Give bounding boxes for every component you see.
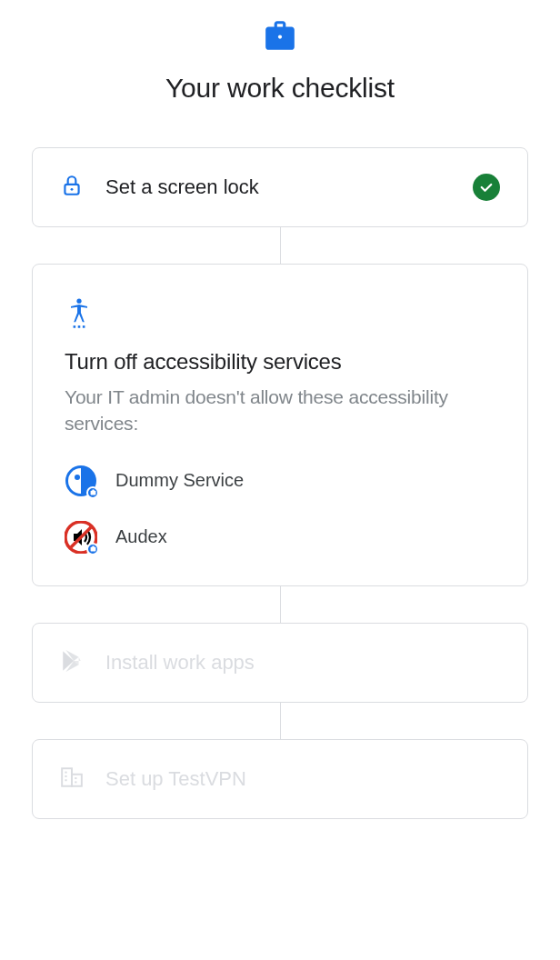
checklist-item-label: Set a screen lock <box>105 175 451 199</box>
accessibility-icon <box>65 316 94 332</box>
checklist-item-subtitle: Your IT admin doesn't allow these access… <box>65 384 495 437</box>
checklist-item-title: Turn off accessibility services <box>65 349 495 375</box>
connector-line <box>280 586 281 623</box>
svg-point-2 <box>71 188 74 191</box>
checklist-item-accessibility[interactable]: Turn off accessibility services Your IT … <box>32 264 528 586</box>
svg-rect-6 <box>83 325 85 328</box>
svg-rect-5 <box>78 325 81 328</box>
svg-rect-11 <box>62 768 72 786</box>
svg-rect-4 <box>74 325 76 328</box>
checklist-item-screen-lock[interactable]: Set a screen lock <box>32 147 528 227</box>
checklist-item-install-apps[interactable]: Install work apps <box>32 623 528 703</box>
work-briefcase-icon <box>32 18 528 53</box>
checklist-item-setup-vpn[interactable]: Set up TestVPN <box>32 739 528 819</box>
dummy-service-icon <box>65 465 97 497</box>
svg-point-8 <box>75 475 80 480</box>
domain-icon <box>60 765 84 793</box>
svg-point-3 <box>76 299 81 304</box>
svg-rect-12 <box>72 775 82 786</box>
page-title: Your work checklist <box>32 73 528 104</box>
service-row: Dummy Service <box>65 465 495 497</box>
service-name: Audex <box>115 526 167 547</box>
audex-icon <box>65 521 97 554</box>
check-complete-icon <box>473 174 500 201</box>
service-name: Dummy Service <box>115 470 244 491</box>
svg-point-0 <box>278 35 282 39</box>
play-store-icon <box>60 649 84 676</box>
checklist-item-label: Set up TestVPN <box>105 767 500 791</box>
connector-line <box>280 227 281 264</box>
lock-icon <box>60 174 84 201</box>
work-badge-icon <box>86 486 99 499</box>
work-badge-icon <box>86 543 99 555</box>
connector-line <box>280 703 281 739</box>
checklist-item-label: Install work apps <box>105 651 500 675</box>
service-row: Audex <box>65 521 495 554</box>
